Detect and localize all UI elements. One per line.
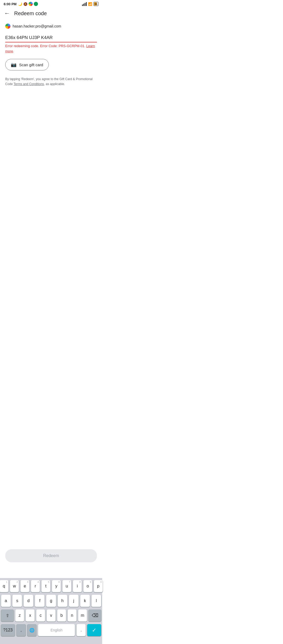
code-input[interactable]	[5, 34, 97, 42]
notifications-muted-icon: 🔕	[23, 2, 28, 6]
status-time: 6:00 PM	[4, 2, 17, 6]
scan-button-label: Scan gift card	[19, 63, 43, 67]
google-circle-icon	[29, 2, 33, 6]
status-right: 📶 61	[82, 2, 99, 6]
error-message: Error redeeming code. Error Code: PRS-GC…	[5, 43, 97, 54]
status-left: 6:00 PM 🌙 🔕	[4, 2, 38, 6]
main-content: hasan.hacker.pro@gmail.com Error redeemi…	[0, 19, 102, 87]
back-button[interactable]: ←	[4, 10, 10, 17]
camera-icon: 📷	[11, 62, 17, 68]
status-icons-left: 🌙 🔕	[18, 2, 38, 6]
page-title: Redeem code	[14, 10, 47, 16]
scan-gift-card-button[interactable]: 📷 Scan gift card	[5, 59, 49, 70]
status-bar: 6:00 PM 🌙 🔕 📶 61	[0, 0, 102, 7]
account-email: hasan.hacker.pro@gmail.com	[13, 24, 61, 28]
toolbar: ← Redeem code	[0, 7, 102, 19]
green-status-icon	[34, 2, 38, 6]
battery-indicator: 61	[94, 2, 99, 6]
moon-icon: 🌙	[18, 2, 22, 6]
google-logo-icon	[5, 24, 10, 29]
account-row: hasan.hacker.pro@gmail.com	[5, 24, 97, 29]
code-input-wrapper	[5, 34, 97, 42]
terms-link[interactable]: Terms and Conditions	[14, 82, 44, 86]
terms-text: By tapping 'Redeem', you agree to the Gi…	[5, 77, 97, 87]
signal-icon	[82, 2, 87, 6]
wifi-icon: 📶	[88, 2, 92, 6]
